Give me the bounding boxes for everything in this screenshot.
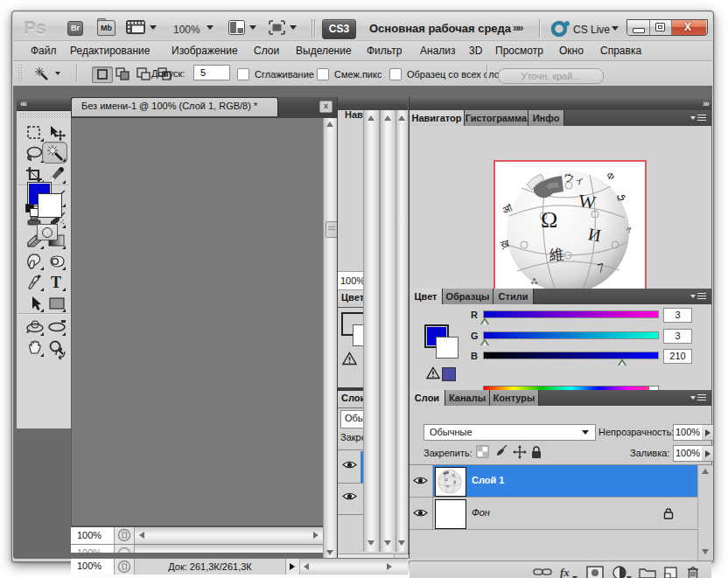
screen-mode-icon[interactable] xyxy=(269,20,285,35)
zoom-level-label[interactable]: 100% xyxy=(173,24,200,36)
g-slider-thumb[interactable] xyxy=(480,338,489,345)
gamut-closest-color-swatch[interactable] xyxy=(442,367,456,381)
title-bar[interactable]: Ps Br Mb 100% CS3 Основная рабочая сре xyxy=(13,12,712,40)
r-slider[interactable] xyxy=(483,310,659,318)
lock-transparency-icon[interactable] xyxy=(476,445,490,459)
dock-header[interactable]: »» xyxy=(410,97,711,111)
layer-style-fx-icon[interactable]: fx xyxy=(560,566,579,578)
menu-help[interactable]: Справка xyxy=(600,45,641,57)
opacity-spinner[interactable] xyxy=(702,424,714,441)
document-canvas[interactable] xyxy=(71,118,324,526)
fill-spinner[interactable] xyxy=(702,445,714,462)
tool-smudge[interactable] xyxy=(24,251,45,271)
add-mask-icon[interactable] xyxy=(586,566,604,578)
tab-layers[interactable]: Слои xyxy=(410,390,445,406)
cs-live-caret[interactable] xyxy=(612,26,619,31)
lock-position-icon[interactable] xyxy=(513,445,527,459)
document-tab[interactable]: Без имени-1 @ 100% (Слой 1, RGB/8) * x xyxy=(71,97,278,116)
layer1-eye-cell[interactable] xyxy=(410,465,433,497)
cs-live-label[interactable]: CS Live xyxy=(573,24,610,36)
r-value[interactable]: 3 xyxy=(663,308,692,323)
layer1-name[interactable]: Слой 1 xyxy=(472,475,504,485)
layer-row-1[interactable]: Ω W И 維 xyxy=(410,465,697,497)
mini-bridge-button[interactable]: Mb xyxy=(97,20,116,36)
layer2-visibility-eye-icon[interactable] xyxy=(413,508,428,518)
menu-image[interactable]: Изображение xyxy=(172,45,238,57)
workspace-cs3-button[interactable]: CS3 xyxy=(322,19,356,39)
tool-type[interactable]: T xyxy=(46,272,66,292)
adjustment-layer-icon[interactable] xyxy=(612,566,632,578)
tab-info[interactable]: Инфо xyxy=(528,110,564,126)
zoom-caret[interactable] xyxy=(206,25,214,30)
document-zoom-field[interactable]: 100% xyxy=(71,527,115,545)
document-horizontal-scrollbar[interactable] xyxy=(135,527,323,545)
arrange-documents-icon[interactable] xyxy=(228,20,245,35)
screen-mode-caret[interactable] xyxy=(290,25,297,30)
tool-path-select[interactable] xyxy=(24,293,45,313)
layer2-thumbnail[interactable] xyxy=(435,499,466,529)
tool-dodge[interactable] xyxy=(46,251,66,271)
navigator-menu-icon[interactable] xyxy=(690,115,706,122)
tool-preset-caret[interactable] xyxy=(55,72,60,75)
tolerance-input[interactable] xyxy=(193,65,230,80)
gamut-warning-icon[interactable] xyxy=(426,366,440,380)
background-color-swatch[interactable] xyxy=(38,193,62,218)
layer-row-2[interactable]: Фон xyxy=(410,497,697,529)
selection-add-button[interactable] xyxy=(113,66,132,81)
tool-shape[interactable] xyxy=(46,293,66,313)
tab-styles[interactable]: Стили xyxy=(494,289,534,304)
blend-mode-select[interactable]: Обычные xyxy=(424,424,596,441)
tool-move[interactable] xyxy=(46,122,66,143)
menu-select[interactable]: Выделение xyxy=(296,45,352,57)
tool-preset-wand-icon[interactable] xyxy=(32,66,50,82)
minimize-button[interactable] xyxy=(627,20,650,35)
default-colors-bg-icon[interactable] xyxy=(30,208,38,217)
layer2-name[interactable]: Фон xyxy=(472,507,490,518)
tool-pen[interactable] xyxy=(24,272,45,292)
workspace-name[interactable]: Основная рабочая среда xyxy=(369,22,511,35)
refine-edge-button[interactable]: Уточн. край... xyxy=(498,68,604,84)
layers-menu-icon[interactable] xyxy=(690,394,706,402)
layer2-eye-cell[interactable] xyxy=(410,498,433,529)
tab-navigator[interactable]: Навигатор xyxy=(410,110,465,126)
lock-all-icon[interactable] xyxy=(530,445,542,459)
view-extras-caret[interactable] xyxy=(150,25,157,30)
g-value[interactable]: 3 xyxy=(663,329,692,344)
sample-all-layers-checkbox[interactable] xyxy=(389,68,402,80)
tab-swatches[interactable]: Образцы xyxy=(443,289,494,304)
tab-paths[interactable]: Контуры xyxy=(490,390,539,406)
menu-analysis[interactable]: Анализ xyxy=(420,45,456,57)
menu-view[interactable]: Просмотр xyxy=(495,45,543,57)
tool-magic-wand-active[interactable] xyxy=(42,142,67,164)
menu-layers[interactable]: Слои xyxy=(254,45,279,57)
tool-rect-marquee[interactable] xyxy=(24,122,45,143)
fill-value[interactable]: 100% xyxy=(673,445,703,462)
quick-mask-button[interactable] xyxy=(37,224,58,240)
doc-info-arrow-button[interactable] xyxy=(286,559,300,575)
g-slider[interactable] xyxy=(483,331,659,339)
b-value[interactable]: 210 xyxy=(663,349,692,364)
new-layer-icon[interactable] xyxy=(663,566,679,578)
menu-edit[interactable]: Редактирование xyxy=(70,45,150,57)
swap-colors-icon[interactable] xyxy=(53,346,67,360)
document-status-icon[interactable] xyxy=(115,527,135,545)
options-grip[interactable] xyxy=(18,64,24,83)
r-slider-thumb[interactable] xyxy=(480,317,489,324)
tool-3d-rotate[interactable] xyxy=(24,317,45,337)
link-layers-icon[interactable] xyxy=(533,566,552,578)
layer1-visibility-eye-icon[interactable] xyxy=(413,476,428,485)
document-tab-close-icon[interactable]: x xyxy=(319,101,332,113)
layer1-thumbnail[interactable]: Ω W И 維 xyxy=(435,467,466,497)
arrange-caret[interactable] xyxy=(249,25,256,30)
color-menu-icon[interactable] xyxy=(690,293,706,301)
tab-color[interactable]: Цвет xyxy=(410,289,443,304)
anti-alias-checkbox[interactable] xyxy=(237,68,249,80)
close-button[interactable]: X xyxy=(672,20,706,35)
b-slider-thumb[interactable] xyxy=(618,359,626,366)
tab-histogram[interactable]: Гистограмма xyxy=(465,110,528,126)
menu-window[interactable]: Окно xyxy=(559,45,584,57)
delete-layer-trash-icon[interactable] xyxy=(687,566,699,578)
new-group-icon[interactable] xyxy=(639,566,656,578)
tools-panel-header[interactable]: «« xyxy=(17,97,71,111)
tool-3d-orbit[interactable] xyxy=(46,317,66,337)
